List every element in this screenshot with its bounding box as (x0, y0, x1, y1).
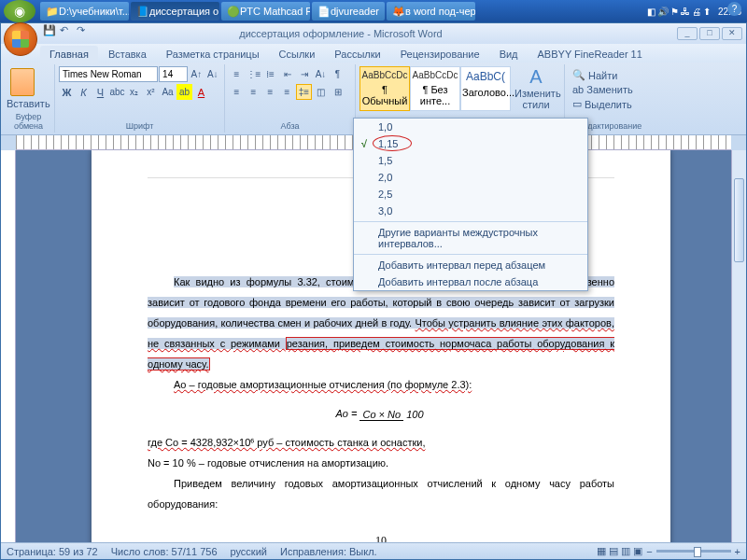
style-heading[interactable]: AaBbC(Заголово... (460, 66, 511, 111)
tab-insert[interactable]: Вставка (99, 46, 156, 63)
spacing-option[interactable]: 3,0 (354, 203, 587, 219)
line-spacing-dropdown: 1,0 1,15 1,5 2,0 2,5 3,0 Другие варианты… (353, 118, 588, 291)
formula[interactable]: Aо = Cо × Nо100 (148, 400, 614, 427)
font-name-combo[interactable]: Times New Roman (59, 66, 158, 82)
style-normal[interactable]: AaBbCcDc¶ Обычный (359, 66, 410, 111)
indent-right-button[interactable]: ⇥ (296, 66, 312, 82)
search-icon: 🔍 (572, 69, 585, 81)
spacing-option[interactable]: 1,5 (354, 152, 587, 169)
justify-button[interactable]: ≡ (279, 84, 295, 100)
cursor-icon: ▭ (572, 98, 582, 110)
zoom-slider[interactable] (656, 550, 731, 553)
find-button[interactable]: 🔍Найти (571, 68, 649, 82)
taskbar-item[interactable]: 🟢PTC Mathcad Pri... (221, 2, 310, 21)
align-left-button[interactable]: ≡ (229, 84, 245, 100)
tab-layout[interactable]: Разметка страницы (157, 46, 269, 63)
line-spacing-button[interactable]: ‡≡ (296, 84, 312, 100)
numbering-button[interactable]: ⋮≡ (246, 66, 261, 82)
word-count[interactable]: Число слов: 57/11 756 (111, 546, 218, 557)
align-center-button[interactable]: ≡ (246, 84, 261, 100)
tab-references[interactable]: Ссылки (270, 46, 325, 63)
spacing-option[interactable]: 2,5 (354, 186, 587, 203)
undo-icon[interactable]: ↶ (60, 24, 73, 37)
language-indicator[interactable]: русский (231, 546, 267, 557)
window-title: диссертация оформление - Microsoft Word (5, 28, 677, 39)
spacing-option[interactable]: 1,0 (354, 119, 587, 135)
select-button[interactable]: ▭Выделить (571, 97, 649, 111)
os-taskbar: ◉ 📁D:\учебники\т... 📘диссертация о... 🟢P… (0, 0, 747, 22)
close-button[interactable]: ✕ (722, 27, 742, 40)
align-right-button[interactable]: ≡ (262, 84, 278, 100)
borders-button[interactable]: ⊞ (330, 84, 345, 100)
statusbar: Страница: 59 из 72 Число слов: 57/11 756… (1, 542, 746, 559)
case-button[interactable]: Aa (160, 84, 176, 100)
scrollbar-thumb[interactable] (734, 178, 744, 262)
subscript-button[interactable]: x₂ (126, 84, 142, 100)
view-buttons[interactable]: ▦ ▤ ▥ ▣ (597, 545, 642, 557)
tab-abbyy[interactable]: ABBYY FineReader 11 (529, 46, 652, 63)
word-window: 💾 ↶ ↷ диссертация оформление - Microsoft… (0, 22, 747, 560)
font-size-combo[interactable]: 14 (159, 66, 188, 82)
add-space-after[interactable]: Добавить интервал после абзаца (354, 273, 587, 290)
taskbar-item[interactable]: 📄djvureader (312, 2, 385, 21)
office-button[interactable] (4, 22, 37, 56)
change-styles-button[interactable]: A Изменить стили (514, 66, 557, 111)
superscript-button[interactable]: x² (143, 84, 159, 100)
replace-button[interactable]: abЗаменить (571, 83, 649, 96)
multilevel-button[interactable]: ⁞≡ (262, 66, 278, 82)
zoom-control[interactable]: ▦ ▤ ▥ ▣ −+ (597, 545, 740, 557)
page-number: 10 (148, 529, 614, 542)
vertical-ruler[interactable] (1, 150, 16, 542)
strike-button[interactable]: abc (109, 84, 125, 100)
spacing-more-options[interactable]: Другие варианты междустрочных интервалов… (354, 224, 587, 252)
style-nospacing[interactable]: AaBbCcDc¶ Без инте... (410, 66, 460, 111)
shrink-font-icon[interactable]: A↓ (205, 66, 220, 82)
vertical-scrollbar[interactable] (731, 150, 746, 542)
replace-icon: ab (572, 84, 584, 95)
tab-review[interactable]: Рецензирование (391, 46, 489, 63)
minimize-button[interactable]: _ (677, 27, 698, 40)
maximize-button[interactable]: □ (699, 27, 720, 40)
show-marks-button[interactable]: ¶ (330, 66, 345, 82)
clipboard-icon (10, 68, 35, 96)
italic-button[interactable]: К (76, 84, 92, 100)
spacing-option[interactable]: 2,0 (354, 169, 587, 186)
taskbar-item[interactable]: 📘диссертация о... (131, 2, 219, 21)
tab-home[interactable]: Главная (40, 46, 98, 63)
bullets-button[interactable]: ≡ (229, 66, 245, 82)
redo-icon[interactable]: ↷ (77, 24, 90, 37)
titlebar: диссертация оформление - Microsoft Word … (1, 23, 746, 44)
grow-font-icon[interactable]: A↑ (189, 66, 204, 82)
taskbar-item[interactable]: 🦊в word под-черк... (387, 2, 475, 21)
indent-left-button[interactable]: ⇤ (279, 66, 295, 82)
save-icon[interactable]: 💾 (43, 24, 56, 37)
document-body[interactable]: Как видно из формулы 3.32, стоимость нор… (148, 272, 614, 542)
ribbon-tabs: Главная Вставка Разметка страницы Ссылки… (1, 44, 746, 63)
taskbar-item[interactable]: 📁D:\учебники\т... (40, 2, 129, 21)
bold-button[interactable]: Ж (59, 84, 75, 100)
spacing-option-selected[interactable]: 1,15 (354, 135, 587, 152)
add-space-before[interactable]: Добавить интервал перед абзацем (354, 257, 587, 273)
highlight-button[interactable]: ab (176, 84, 192, 100)
styles-gallery[interactable]: AaBbCcDc¶ Обычный AaBbCcDc¶ Без инте... … (359, 66, 511, 111)
start-button[interactable]: ◉ (4, 0, 35, 22)
paste-button[interactable]: Вставить (7, 66, 38, 109)
sort-button[interactable]: A↓ (313, 66, 329, 82)
quick-access-toolbar: 💾 ↶ ↷ (43, 24, 90, 37)
page-indicator[interactable]: Страница: 59 из 72 (7, 546, 98, 557)
tab-mailings[interactable]: Рассылки (325, 46, 389, 63)
help-icon[interactable]: ? (727, 2, 741, 16)
tab-view[interactable]: Вид (490, 46, 528, 63)
track-changes-indicator[interactable]: Исправления: Выкл. (280, 546, 377, 557)
shading-button[interactable]: ◫ (313, 84, 329, 100)
underline-button[interactable]: Ч (92, 84, 108, 100)
font-color-button[interactable]: A (193, 84, 209, 100)
